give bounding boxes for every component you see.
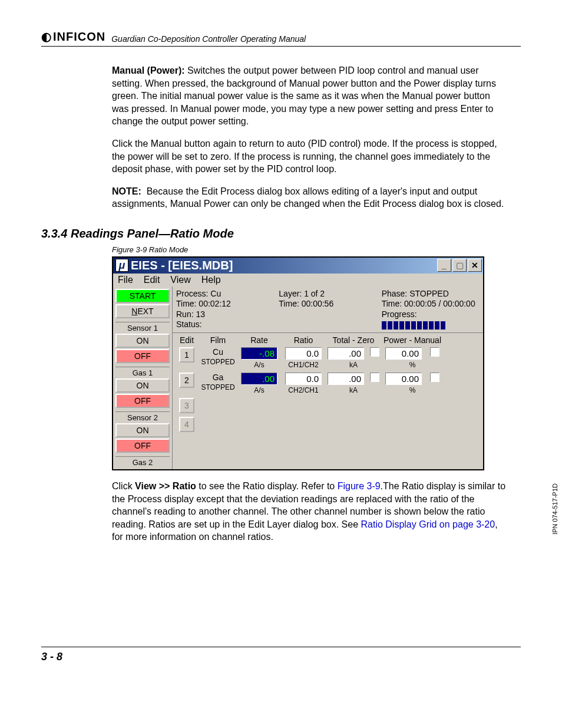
status-phase: Phase: STOPPED [382,289,480,299]
head-rate: Rate [239,335,280,345]
app-icon: μ [115,259,128,272]
grid-row: 1 Cu STOPPED -.08 A/s 0.0 CH1/CH2 [176,347,480,369]
manual-checkbox[interactable] [430,373,439,382]
grid-row: 4 [176,417,480,432]
sensor2-label: Sensor 2 [115,411,170,422]
edit-row-button-disabled: 4 [179,417,194,432]
status-run: Run: 13 [176,309,274,320]
progress-bar [382,321,445,330]
after-figure-text: Click View >> Ratio to see the Ratio dis… [112,480,509,543]
head-total: Total - Zero [327,335,380,345]
rate-field[interactable]: -.08 [241,347,277,360]
brand-text: INFICON [53,30,105,44]
total-field[interactable]: .00 [328,373,364,385]
rate-field[interactable]: .00 [241,373,277,385]
gas1-on-button[interactable]: ON [115,378,170,393]
note-text: Because the Edit Process dialog box allo… [112,186,504,209]
page-link[interactable]: Ratio Display Grid on page 3-20 [361,519,495,529]
sensor1-label: Sensor 1 [115,322,170,332]
total-field[interactable]: .00 [328,347,364,360]
edit-row-button[interactable]: 2 [179,373,194,388]
text-frag: to see the Ratio display. Refer to [196,481,338,491]
view-ratio-bold: View >> Ratio [135,481,196,491]
power-field[interactable]: 0.00 [385,373,422,385]
status-progress: Progress: [382,309,480,330]
edit-row-button[interactable]: 1 [179,347,194,363]
brand-logo: ◐ INFICON [41,29,105,44]
app-window: μ EIES - [EIES.MDB] _ ▢ ✕ File Edit View… [112,256,484,470]
total-unit: kA [349,361,358,369]
page-header: ◐ INFICON Guardian Co-Deposition Control… [41,29,521,47]
zero-checkbox[interactable] [370,373,379,382]
menu-file[interactable]: File [118,275,133,285]
status-layer: Layer: 1 of 2 [279,289,376,299]
power-unit: % [409,361,416,369]
close-button[interactable]: ✕ [468,259,482,272]
next-button[interactable]: NEXT [115,304,170,318]
gas1-off-button[interactable]: OFF [115,394,170,408]
start-button[interactable]: START [115,289,170,303]
ipn-code: IPN 074-517-P1D [551,483,558,535]
gas1-label: Gas 1 [115,367,170,377]
grid-row: 2 Ga STOPPED .00 A/s 0.0 CH2/CH1 [176,373,480,394]
para2-text: Click the Manual button again to return … [112,137,509,176]
status-time: Time: 00:02:12 [176,299,274,309]
total-unit: kA [349,386,358,394]
rate-unit: A/s [254,386,264,394]
menubar: File Edit View Help [113,274,483,286]
head-edit: Edit [176,335,197,345]
status-row: Process: Cu Time: 00:02:12 Run: 13 Statu… [173,286,483,333]
note-block: NOTE: Because the Edit Process dialog bo… [112,185,509,210]
grid-header: Edit Film Rate Ratio Total - Zero Power … [176,335,480,345]
film-state: STOPPED [201,358,234,366]
zero-checkbox[interactable] [370,347,379,357]
section-heading: 3.3.4 Readings Panel—Ratio Mode [41,227,521,241]
edit-row-button-disabled: 3 [179,398,194,413]
figure-caption: Figure 3-9 Ratio Mode [112,245,521,254]
status-status: Status: [176,319,274,330]
text-frag: Click [112,481,135,491]
grid-row: 3 [176,398,480,413]
progress-label: Progress: [382,309,417,319]
ratio-sub: CH1/CH2 [288,361,318,369]
sensor2-off-button[interactable]: OFF [115,439,170,453]
head-power: Power - Manual [380,335,445,345]
rate-unit: A/s [254,361,264,369]
page-number: 3 - 8 [41,647,521,663]
sensor2-on-button[interactable]: ON [115,423,170,437]
status-phase-time: Time: 00:00:05 / 00:00:00 [382,299,480,309]
sensor1-off-button[interactable]: OFF [115,349,170,363]
minimize-button[interactable]: _ [437,259,451,272]
status-layer-time: Time: 00:00:56 [279,299,376,309]
power-field[interactable]: 0.00 [385,347,422,360]
titlebar: μ EIES - [EIES.MDB] _ ▢ ✕ [113,258,483,274]
head-ratio: Ratio [280,335,327,345]
menu-view[interactable]: View [170,275,190,285]
head-film: Film [197,335,239,345]
left-column: START NEXT Sensor 1 ON OFF Gas 1 ON OFF … [113,286,172,469]
ratio-field[interactable]: 0.0 [285,373,322,385]
figure-link[interactable]: Figure 3-9 [338,481,381,491]
ratio-sub: CH2/CH1 [288,386,318,394]
manual-power-label: Manual (Power): [112,65,187,75]
film-name: Ga [213,373,224,382]
gas2-label: Gas 2 [115,456,170,467]
power-unit: % [409,386,416,394]
window-title: EIES - [EIES.MDB] [131,259,233,272]
note-label: NOTE: [112,186,141,196]
maximize-button[interactable]: ▢ [452,259,467,272]
status-process: Process: Cu [176,289,274,299]
menu-edit[interactable]: Edit [144,275,160,285]
film-name: Cu [213,347,223,357]
body-paragraph-1: Manual (Power): Switches the output powe… [112,64,509,176]
menu-help[interactable]: Help [201,275,221,285]
sensor1-on-button[interactable]: ON [115,334,170,348]
next-label: EXT [137,307,153,316]
manual-title: Guardian Co-Deposition Controller Operat… [111,34,306,44]
logo-icon: ◐ [41,29,52,44]
film-state: STOPPED [201,383,234,391]
manual-checkbox[interactable] [430,347,439,357]
ratio-field[interactable]: 0.0 [285,347,322,360]
